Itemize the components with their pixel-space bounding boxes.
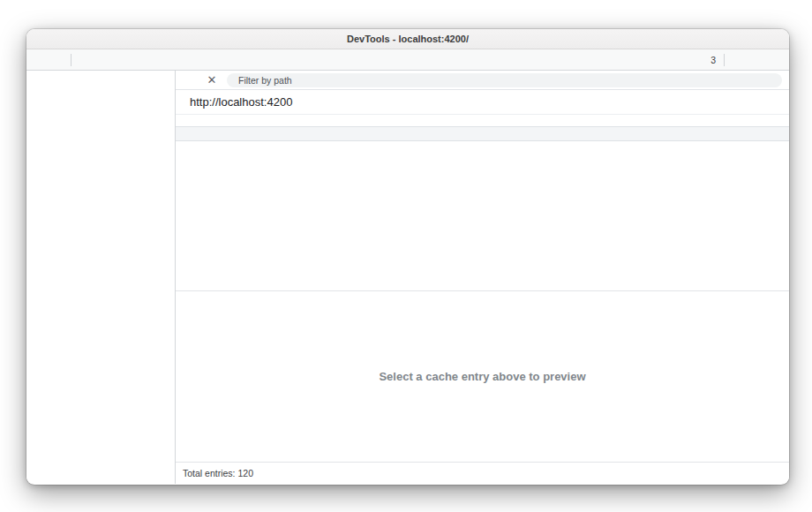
feedback-count: 3 (710, 55, 716, 65)
window-title: DevTools - localhost:4200/ (26, 34, 789, 44)
total-entries: Total entries: 120 (183, 468, 253, 478)
titlebar: DevTools - localhost:4200/ (26, 29, 789, 49)
delete-selected-icon[interactable]: ✕ (205, 73, 219, 87)
cache-table-rows (176, 141, 789, 291)
screen: DevTools - localhost:4200/ 3 (0, 0, 812, 512)
divider (724, 54, 725, 66)
devtools-tabbar: 3 (26, 49, 789, 71)
bucket-details (176, 115, 789, 126)
feedback-button[interactable]: 3 (708, 55, 716, 65)
application-sidebar (26, 71, 176, 484)
devtools-window: DevTools - localhost:4200/ 3 (26, 29, 789, 485)
device-toolbar-icon[interactable] (48, 49, 69, 70)
cache-toolbar: ✕ (176, 71, 789, 90)
status-bar: Total entries: 120 (176, 462, 789, 484)
refresh-icon[interactable] (183, 73, 197, 87)
origin-title: http://localhost:4200 (176, 90, 789, 115)
preview-area: Select a cache entry above to preview (176, 291, 789, 462)
preview-hint: Select a cache entry above to preview (379, 370, 585, 383)
cache-table-header (176, 126, 789, 141)
tabbar-right: 3 (680, 49, 789, 70)
content-area: ✕ http://localhost:4200 Select a cache e… (26, 71, 789, 484)
divider (71, 54, 71, 66)
filter-input[interactable] (238, 75, 775, 86)
inspect-icon[interactable] (26, 49, 48, 70)
cache-storage-panel: ✕ http://localhost:4200 Select a cache e… (176, 71, 789, 484)
filter-box (227, 73, 782, 87)
